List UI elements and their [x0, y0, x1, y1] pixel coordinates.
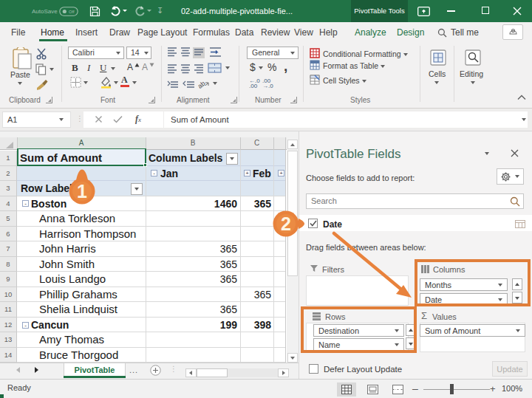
svg-text:Off: Off	[69, 10, 75, 14]
svg-text:1: 1	[77, 181, 87, 202]
svg-text:ab: ab	[198, 80, 207, 89]
svg-text:2: 2	[281, 213, 291, 234]
